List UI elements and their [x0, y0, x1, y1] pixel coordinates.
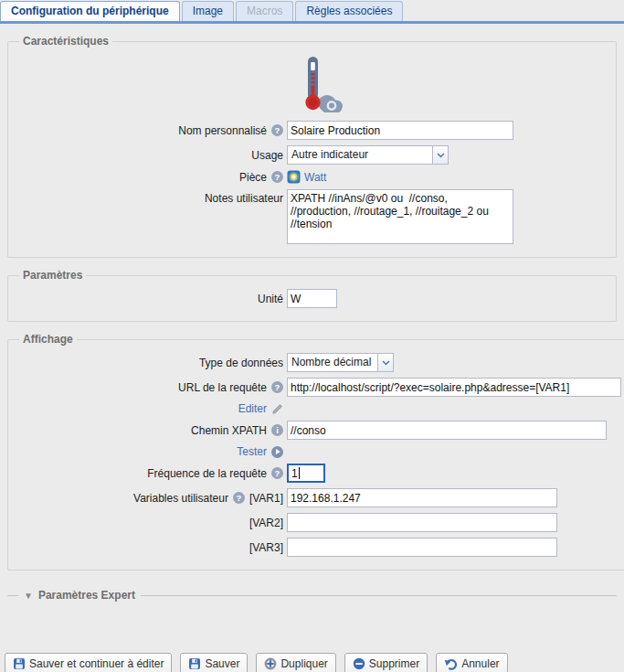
room-icon[interactable] [287, 170, 301, 184]
section-affichage: Affichage Type de données Nombre décimal… [7, 333, 624, 571]
row-frequence: Fréquence de la requête ? [16, 464, 621, 483]
tab-bar: Configuration du périphérique Image Macr… [0, 0, 624, 21]
expert-section-toggle[interactable]: ▼ Paramètres Expert [7, 589, 617, 602]
circle-plus-icon [264, 657, 277, 670]
delete-button[interactable]: Supprimer [344, 653, 428, 672]
nom-personnalise-label: Nom personnalisé [178, 124, 267, 137]
unite-label: Unité [258, 293, 283, 305]
chemin-xpath-input[interactable] [287, 421, 607, 440]
unite-input[interactable] [287, 289, 337, 308]
notes-utilisateur-textarea[interactable]: XPATH //inAns/@v0 ou //conso, //producti… [287, 189, 513, 244]
usage-label: Usage [251, 149, 283, 162]
piece-link[interactable]: Watt [304, 171, 326, 184]
help-icon[interactable]: ? [271, 124, 283, 136]
usage-select-value[interactable]: Autre indicateur [287, 145, 433, 165]
save-button[interactable]: Sauver [180, 653, 248, 672]
text-caret [299, 467, 300, 479]
usage-select-trigger[interactable] [433, 145, 449, 165]
section-caracteristiques: Caractéristiques Nom personnalisé ? Usag… [7, 35, 617, 258]
info-icon[interactable]: i [271, 424, 283, 436]
floppy-disk-icon [188, 657, 201, 670]
save-label: Sauver [205, 657, 239, 670]
row-tester: Tester [16, 445, 621, 458]
row-var2: [VAR2] [16, 513, 621, 532]
frequence-input[interactable] [287, 464, 325, 483]
tab-configuration[interactable]: Configuration du périphérique [0, 1, 180, 21]
piece-label: Pièce [239, 171, 267, 184]
expert-section-legend[interactable]: Paramètres Expert [38, 589, 135, 602]
chevron-down-icon [382, 360, 390, 366]
var1-label: [VAR1] [249, 492, 283, 505]
usage-select[interactable]: Autre indicateur [287, 145, 449, 165]
row-notes-utilisateur: Notes utilisateur XPATH //inAns/@v0 ou /… [16, 189, 608, 244]
pencil-icon[interactable] [271, 403, 283, 415]
section-affichage-legend: Affichage [19, 333, 77, 346]
section-caracteristiques-legend: Caractéristiques [19, 35, 112, 48]
chemin-xpath-label: Chemin XPATH [191, 424, 267, 437]
divider [141, 595, 617, 596]
var2-label: [VAR2] [249, 517, 283, 529]
section-parametres-legend: Paramètres [19, 269, 86, 282]
notes-utilisateur-label: Notes utilisateur [205, 192, 283, 205]
cancel-label: Annuler [461, 657, 499, 670]
help-icon[interactable]: ? [271, 467, 283, 479]
play-icon[interactable] [271, 446, 283, 458]
thermometer-icon [280, 55, 345, 115]
url-requete-input[interactable] [287, 378, 621, 397]
action-button-bar: Sauver et continuer à éditer Sauver Dupl… [5, 653, 508, 672]
type-donnees-select-value[interactable]: Nombre décimal [287, 353, 378, 372]
type-donnees-select[interactable]: Nombre décimal [287, 353, 394, 372]
row-editer: Editer [16, 402, 621, 415]
var3-input[interactable] [287, 538, 557, 557]
row-usage: Usage Autre indicateur [16, 145, 608, 165]
delete-label: Supprimer [369, 657, 419, 670]
help-icon[interactable]: ? [271, 381, 283, 393]
device-image [16, 55, 608, 115]
row-var3: [VAR3] [16, 538, 621, 557]
collapse-arrow-icon[interactable]: ▼ [24, 591, 33, 601]
type-donnees-label: Type de données [199, 357, 283, 369]
tab-image[interactable]: Image [182, 1, 234, 21]
variables-utilisateur-label: Variables utilisateur [133, 492, 228, 505]
section-parametres: Paramètres Unité [7, 269, 617, 322]
divider [7, 595, 18, 596]
url-requete-label: URL de la requête [178, 381, 267, 394]
cancel-button[interactable]: Annuler [436, 653, 507, 672]
tester-link[interactable]: Tester [237, 445, 267, 458]
frequence-label: Fréquence de la requête [147, 467, 267, 480]
editer-link[interactable]: Editer [238, 402, 267, 415]
save-and-continue-button[interactable]: Sauver et continuer à éditer [5, 653, 172, 672]
row-var1: Variables utilisateur ? [VAR1] [16, 488, 621, 507]
tab-macros: Macros [236, 1, 293, 21]
var1-input[interactable] [287, 488, 557, 507]
circle-minus-icon [353, 657, 365, 670]
var2-input[interactable] [287, 513, 557, 532]
tab-regles-associees[interactable]: Règles associées [295, 1, 403, 21]
type-donnees-select-trigger[interactable] [378, 353, 394, 372]
row-url-requete: URL de la requête ? [16, 378, 621, 397]
save-and-continue-label: Sauver et continuer à éditer [29, 657, 164, 670]
row-piece: Pièce ? Watt [16, 170, 608, 184]
duplicate-button[interactable]: Dupliquer [256, 653, 335, 672]
chevron-down-icon [437, 153, 445, 158]
undo-arrow-icon [444, 657, 458, 670]
var3-label: [VAR3] [249, 541, 283, 554]
duplicate-label: Dupliquer [280, 657, 327, 670]
nom-personnalise-input[interactable] [287, 121, 513, 140]
help-icon[interactable]: ? [233, 492, 245, 504]
row-chemin-xpath: Chemin XPATH i [16, 421, 621, 440]
row-type-donnees: Type de données Nombre décimal [16, 353, 621, 372]
row-nom-personnalise: Nom personnalisé ? [16, 121, 608, 140]
floppy-disk-icon [13, 657, 26, 670]
help-icon[interactable]: ? [271, 171, 283, 183]
tab-underline [0, 21, 624, 24]
row-unite: Unité [16, 289, 608, 308]
